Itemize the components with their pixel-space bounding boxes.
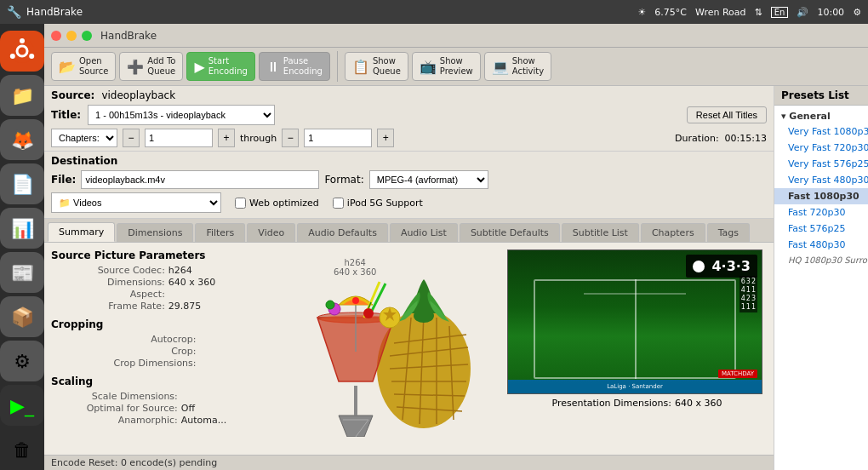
svg-point-24 xyxy=(363,308,374,318)
ipod-support-label[interactable]: iPod 5G Support xyxy=(333,198,423,209)
general-group-title: ▾ General xyxy=(774,109,868,123)
svg-point-2 xyxy=(20,38,25,43)
reset-all-titles-button[interactable]: Reset All Titles xyxy=(687,106,767,123)
autocrop-val xyxy=(200,334,255,345)
add-to-queue-button[interactable]: ➕ Add To Queue xyxy=(119,52,183,81)
svg-point-28 xyxy=(326,301,334,309)
volume-icon: 🔊 xyxy=(797,7,808,18)
chapter-from-input[interactable]: 1 xyxy=(145,129,213,147)
chapter-to-input[interactable]: 1 xyxy=(304,129,372,147)
pause-encoding-button[interactable]: ⏸ Pause Encoding xyxy=(259,52,330,81)
clock: 10:00 xyxy=(817,7,844,18)
general-preset-group: ▾ General Very Fast 1080p30 Very Fast 72… xyxy=(774,106,868,271)
show-preview-button[interactable]: 📺 Show Preview xyxy=(412,52,481,81)
preset-fast-1080p30[interactable]: Fast 1080p30 xyxy=(774,188,868,204)
ipod-support-checkbox[interactable] xyxy=(333,198,344,209)
team1-logo xyxy=(693,261,705,272)
crop-key: Crop: xyxy=(58,346,197,357)
system-settings-icon[interactable]: ⚙ xyxy=(0,341,44,381)
open-source-button[interactable]: 📂 Open Source xyxy=(51,52,116,81)
presentation-dims-value: 640 x 360 xyxy=(675,398,722,409)
dimensions-val: 640 x 360 xyxy=(168,277,255,288)
preview-icon: 📺 xyxy=(420,59,437,75)
frame-rate-key: Frame Rate: xyxy=(58,301,165,312)
chapter-from-increment[interactable]: + xyxy=(218,129,235,147)
file-label: File: xyxy=(51,174,76,186)
tab-video[interactable]: Video xyxy=(247,223,295,242)
chapters-select[interactable]: Chapters: xyxy=(51,129,117,147)
brightness-indicator: ☀ xyxy=(637,7,646,18)
preset-very-fast-576p25[interactable]: Very Fast 576p25 xyxy=(774,156,868,172)
presentation-icon[interactable]: 📰 xyxy=(0,252,44,293)
preset-very-fast-1080p30[interactable]: Very Fast 1080p30 xyxy=(774,123,868,140)
start-encoding-button[interactable]: ▶ Start Encoding xyxy=(186,52,254,81)
trash-icon[interactable]: 🗑 xyxy=(0,429,44,470)
source-section: Source: videoplayback Title: 1 - 00h15m1… xyxy=(44,86,774,152)
preset-fast-480p30[interactable]: Fast 480p30 xyxy=(774,237,868,253)
chapter-to-increment[interactable]: + xyxy=(377,129,394,147)
optimal-key: Optimal for Source: xyxy=(58,403,178,414)
preset-very-fast-480p30[interactable]: Very Fast 480p30 xyxy=(774,172,868,188)
folder-select[interactable]: 📁 Videos xyxy=(51,192,221,213)
add-queue-icon: ➕ xyxy=(127,59,144,75)
power-icon: ⚙ xyxy=(853,7,861,18)
firefox-icon[interactable]: 🦊 xyxy=(0,119,44,160)
codec-label: h264 xyxy=(334,258,376,267)
window-title-bar: HandBrake xyxy=(44,24,868,48)
ubuntu-icon[interactable] xyxy=(0,31,44,72)
maximize-button[interactable] xyxy=(82,31,92,41)
queue-icon: 📋 xyxy=(352,59,369,75)
close-button[interactable] xyxy=(51,31,61,41)
web-optimized-checkbox[interactable] xyxy=(235,198,246,209)
source-params-title: Source Picture Parameters xyxy=(51,249,255,261)
tab-tags[interactable]: Tags xyxy=(707,223,750,242)
show-activity-button[interactable]: 💻 Show Activity xyxy=(484,52,551,81)
frame-rate-val: 29.875 xyxy=(168,301,255,312)
optimal-val: Off xyxy=(181,403,255,414)
tab-chapters[interactable]: Chapters xyxy=(641,223,705,242)
destination-section: Destination File: Format: MPEG-4 (avform… xyxy=(44,152,774,219)
score-display: 4·3·3 xyxy=(711,258,751,274)
tab-audio-list[interactable]: Audio List xyxy=(390,223,458,242)
chapter-to-decrement[interactable]: − xyxy=(282,129,299,147)
preset-fast-720p30[interactable]: Fast 720p30 xyxy=(774,204,868,221)
format-select[interactable]: MPEG-4 (avformat) xyxy=(369,170,488,189)
show-queue-button[interactable]: 📋 Show Queue xyxy=(345,52,408,81)
minimize-button[interactable] xyxy=(66,31,77,41)
tab-audio-defaults[interactable]: Audio Defaults xyxy=(297,223,388,242)
tab-subtitle-list[interactable]: Subtitle List xyxy=(562,223,639,242)
anamorphic-key: Anamorphic: xyxy=(58,415,178,426)
sponsor-text: LaLiga · Santander xyxy=(607,383,663,390)
preset-fast-576p25[interactable]: Fast 576p25 xyxy=(774,221,868,237)
window-title: HandBrake xyxy=(100,30,157,42)
amazon-icon[interactable]: 📦 xyxy=(0,296,44,337)
libreoffice-icon[interactable]: 📄 xyxy=(0,163,44,204)
preset-very-fast-720p30[interactable]: Very Fast 720p30 xyxy=(774,140,868,156)
presentation-dims-label: Presentation Dimensions: xyxy=(552,398,672,409)
file-input[interactable] xyxy=(81,170,319,189)
title-select[interactable]: 1 - 00h15m13s - videoplayback xyxy=(88,105,275,125)
destination-title: Destination xyxy=(51,155,767,167)
spreadsheet-icon[interactable]: 📊 xyxy=(0,208,44,249)
files-icon[interactable]: 📁 xyxy=(0,75,44,116)
preset-hq-1080p30[interactable]: HQ 1080p30 Surround... xyxy=(774,253,868,267)
crop-dims-key: Crop Dimensions: xyxy=(58,358,197,369)
codec-overlay: h264 640 x 360 xyxy=(334,258,376,277)
web-optimized-label[interactable]: Web optimized xyxy=(235,198,319,209)
aspect-key: Aspect: xyxy=(58,289,165,300)
autocrop-key: Autocrop: xyxy=(58,334,197,345)
cropping-title: Cropping xyxy=(51,318,255,330)
presets-title: Presets List xyxy=(774,86,868,106)
network-icon: ⇅ xyxy=(755,7,762,18)
tab-summary[interactable]: Summary xyxy=(48,222,115,242)
terminal-icon[interactable]: ▶_ xyxy=(0,385,44,426)
tab-dimensions[interactable]: Dimensions xyxy=(117,223,193,242)
duration-label: Duration: 00:15:13 xyxy=(675,133,767,144)
tab-subtitle-defaults[interactable]: Subtitle Defaults xyxy=(460,223,560,242)
chapter-from-decrement[interactable]: − xyxy=(123,129,140,147)
tab-filters[interactable]: Filters xyxy=(195,223,245,242)
source-codec-key: Source Codec: xyxy=(58,265,165,276)
keyboard-layout: En xyxy=(771,7,789,18)
scale-dims-key: Scale Dimensions: xyxy=(58,391,178,402)
cropping-grid: Autocrop: Crop: Crop Dimensions: xyxy=(51,334,255,369)
